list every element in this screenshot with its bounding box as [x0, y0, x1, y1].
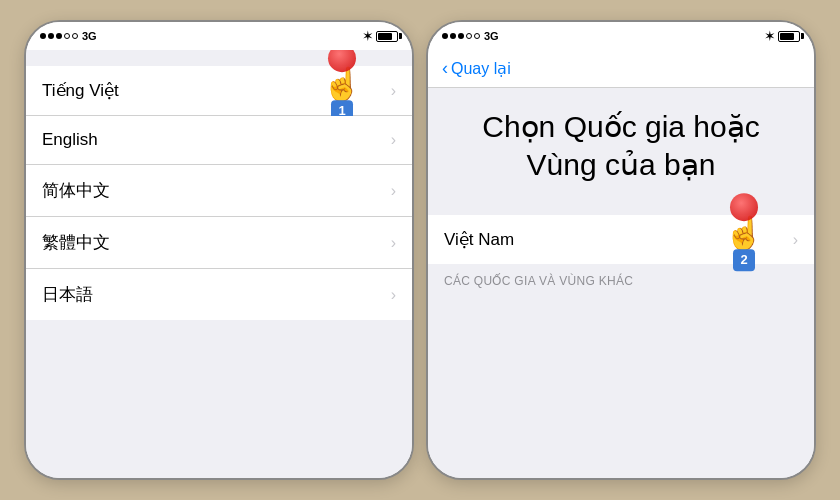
back-chevron-icon: ‹	[442, 58, 448, 79]
bluetooth-icon: ✶	[363, 30, 372, 43]
chevron-4: ›	[391, 234, 396, 252]
dot-1	[40, 33, 46, 39]
left-phone: 3G ✶ Tiếng Việt ☝️ 1	[24, 20, 414, 480]
r-dot-4	[466, 33, 472, 39]
page-title: Chọn Quốc gia hoặcVùng của bạn	[452, 108, 790, 183]
right-signal-dots	[442, 33, 480, 39]
back-label: Quay lại	[451, 59, 511, 78]
list-item-japanese[interactable]: 日本語 ›	[26, 269, 412, 320]
battery-fill	[378, 33, 392, 40]
finger-icon-1: ☝️	[322, 68, 362, 100]
left-screen: Tiếng Việt ☝️ 1 › English › 简体中文 ›	[26, 50, 412, 478]
list-item-tieng-viet[interactable]: Tiếng Việt ☝️ 1 ›	[26, 66, 412, 116]
right-bluetooth-icon: ✶	[765, 30, 774, 43]
left-status-left: 3G	[40, 30, 97, 42]
chevron-1: ›	[391, 82, 396, 100]
language-list: Tiếng Việt ☝️ 1 › English › 简体中文 ›	[26, 66, 412, 320]
r-dot-3	[458, 33, 464, 39]
chevron-3: ›	[391, 182, 396, 200]
traditional-chinese-label: 繁體中文	[42, 231, 110, 254]
english-label: English	[42, 130, 98, 150]
list-item-viet-nam[interactable]: Việt Nam ☝️ 2 ›	[428, 215, 814, 264]
chevron-2: ›	[391, 131, 396, 149]
right-phone: 3G ✶ ‹ Quay lại Chọn Quốc gia hoặcVùng c…	[426, 20, 816, 480]
list-item-traditional-chinese[interactable]: 繁體中文 ›	[26, 217, 412, 269]
list-item-simplified-chinese[interactable]: 简体中文 ›	[26, 165, 412, 217]
cursor-1-area: ☝️ 1	[322, 50, 362, 122]
tieng-viet-label: Tiếng Việt	[42, 80, 119, 101]
nav-bar: ‹ Quay lại	[428, 50, 814, 88]
right-network-label: 3G	[484, 30, 499, 42]
viet-nam-label: Việt Nam	[444, 229, 514, 250]
right-screen: Chọn Quốc gia hoặcVùng của bạn Việt Nam …	[428, 88, 814, 478]
dot-2	[48, 33, 54, 39]
red-dot-2	[730, 193, 758, 221]
japanese-label: 日本語	[42, 283, 93, 306]
right-status-right: ✶	[765, 30, 800, 43]
r-dot-2	[450, 33, 456, 39]
finger-icon-2: ☝️	[724, 217, 764, 249]
number-badge-2: 2	[733, 249, 755, 271]
back-button[interactable]: ‹ Quay lại	[442, 58, 800, 79]
dot-4	[64, 33, 70, 39]
simplified-chinese-label: 简体中文	[42, 179, 110, 202]
right-status-bar: 3G ✶	[428, 22, 814, 50]
list-item-english[interactable]: English ›	[26, 116, 412, 165]
cursor-2-area: ☝️ 2	[724, 193, 764, 271]
dot-3	[56, 33, 62, 39]
dot-5	[72, 33, 78, 39]
right-status-left: 3G	[442, 30, 499, 42]
right-battery-fill	[780, 33, 794, 40]
viet-nam-chevron: ›	[793, 231, 798, 249]
country-list: Việt Nam ☝️ 2 ›	[428, 215, 814, 264]
r-dot-5	[474, 33, 480, 39]
left-status-right: ✶	[363, 30, 398, 43]
signal-dots	[40, 33, 78, 39]
network-label: 3G	[82, 30, 97, 42]
right-battery-icon	[778, 31, 800, 42]
chevron-5: ›	[391, 286, 396, 304]
battery-icon	[376, 31, 398, 42]
main-container: 3G ✶ Tiếng Việt ☝️ 1	[24, 20, 816, 480]
title-area: Chọn Quốc gia hoặcVùng của bạn	[428, 88, 814, 199]
left-status-bar: 3G ✶	[26, 22, 412, 50]
r-dot-1	[442, 33, 448, 39]
